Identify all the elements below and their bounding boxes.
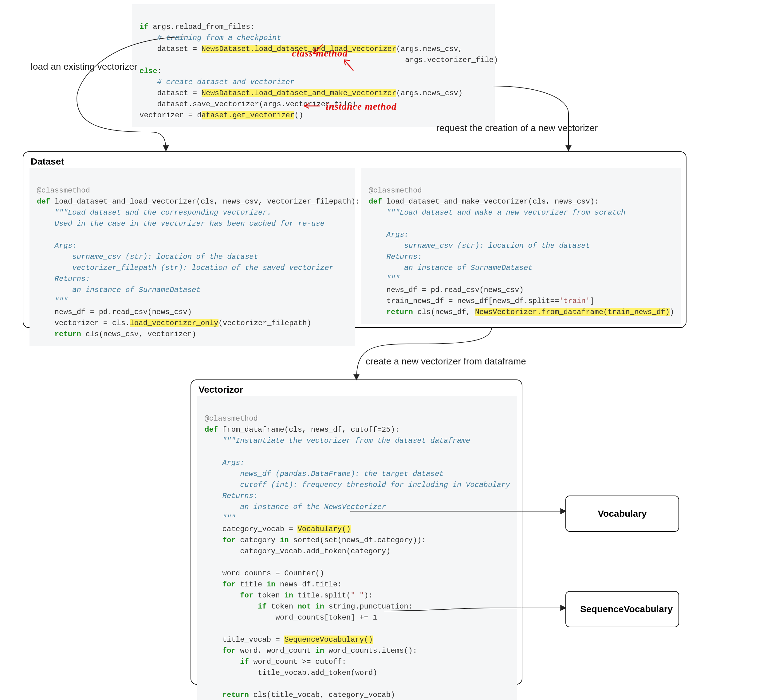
box-sequence-vocabulary: SequenceVocabulary (566, 591, 679, 627)
arrow-create-from-df (356, 327, 492, 380)
annotation-class-method: class method (292, 48, 348, 59)
highlight-load-vectorizer-only: load_vectorizer_only (130, 319, 218, 327)
kw-return: return (205, 691, 249, 699)
docstring: surname_csv (str): location of the datas… (37, 253, 258, 261)
kw-for: for (205, 591, 253, 600)
decorator: @classmethod (369, 186, 422, 195)
txt: news_df = pd.read_csv(news_csv) (369, 286, 523, 294)
docstring: vectorizer_filepath (str): location of t… (37, 264, 334, 272)
kw-if: if (205, 602, 267, 611)
txt: dataset = (139, 89, 202, 97)
txt: news_df.title: (275, 580, 342, 589)
string: 'train' (559, 297, 590, 305)
txt: vectorizer = cls. (37, 319, 130, 327)
docstring: cutoff (int): frequency threshold for in… (205, 481, 510, 489)
txt: word_counts = Counter() (205, 569, 324, 578)
docstring: """Load dataset and the corresponding ve… (37, 208, 271, 217)
label-request-new: request the creation of a new vectorizer (436, 123, 598, 133)
highlight-newsvectorizer-from-df: NewsVectorizer.from_dataframe(train_news… (475, 308, 670, 316)
txt: (args.news_csv, (396, 45, 462, 53)
highlight-vocabulary: Vocabulary() (298, 525, 351, 533)
docstring: an instance of SurnameDataset (37, 286, 201, 294)
txt: (args.news_csv) (396, 89, 462, 97)
dataset-left-code: @classmethod def load_dataset_and_load_v… (30, 168, 355, 346)
panel-dataset: Dataset @classmethod def load_dataset_an… (23, 152, 686, 328)
txt: dataset.save_vectorizer(args.vectorizer_… (139, 100, 356, 108)
txt: token (267, 602, 298, 611)
docstring: surname_csv (str): location of the datas… (369, 242, 590, 250)
kw-return: return (37, 330, 81, 338)
vectorizer-code: @classmethod def from_dataframe(cls, new… (197, 396, 517, 700)
label-create-from-df: create a new vectorizer from dataframe (366, 356, 526, 367)
kw-def: def (37, 197, 50, 206)
kw-in: in (267, 580, 276, 589)
kw-in: in (315, 647, 324, 655)
txt: ): (364, 591, 373, 600)
txt: from_dataframe(cls, news_df, cutoff= (218, 425, 382, 434)
highlight-load-and-make: NewsDataset.load_dataset_and_make_vector… (202, 89, 396, 97)
txt: word_count >= cutoff: (249, 658, 346, 666)
kw-in: in (284, 591, 293, 600)
num: 25 (382, 425, 390, 434)
panel-dataset-title: Dataset (24, 152, 686, 169)
txt: token (253, 591, 284, 600)
txt: train_news_df = news_df[news_df.split== (369, 297, 559, 305)
txt: load_dataset_and_load_vectorizer(cls, ne… (50, 197, 360, 206)
txt: title_vocab.add_token(word) (205, 669, 378, 677)
kw-for: for (205, 580, 236, 589)
docstring: Args: (37, 242, 77, 250)
kw-for: for (205, 647, 236, 655)
docstring: Used in the case in the vectorizer has b… (37, 220, 324, 228)
txt: string.punctuation: (324, 602, 413, 611)
docstring: an instance of the NewsVectorizer (205, 503, 386, 511)
docstring: """Load dataset and make a new vectorize… (369, 208, 625, 217)
docstring: Returns: (37, 275, 90, 283)
txt: title.split( (293, 591, 351, 600)
txt: sorted(set(news_df.category)): (289, 536, 426, 544)
txt: vectorizer = d (139, 111, 202, 119)
num: 1 (373, 613, 377, 622)
txt: ) (670, 308, 674, 316)
docstring: """ (205, 514, 236, 522)
comment: # create dataset and vectorizer (139, 78, 295, 86)
docstring: an instance of SurnameDataset (369, 264, 533, 272)
kw-else: else (139, 67, 157, 75)
txt: word, word_count (236, 647, 315, 655)
dataset-right-code: @classmethod def load_dataset_and_make_v… (361, 168, 681, 324)
docstring: Args: (205, 459, 244, 467)
txt: word_counts.items(): (324, 647, 417, 655)
txt: word_counts[token] += (205, 613, 373, 622)
docstring: Args: (369, 231, 409, 239)
txt: load_dataset_and_make_vectorizer(cls, ne… (382, 197, 599, 206)
docstring: Returns: (205, 492, 258, 500)
txt: cls(title_vocab, category_vocab) (249, 691, 395, 699)
docstring: Returns: (369, 253, 422, 261)
txt: cls(news_df, (413, 308, 475, 316)
txt: args.reload_from_files: (149, 23, 255, 31)
txt: category_vocab = (205, 525, 298, 533)
txt: title (236, 580, 267, 589)
kw-in: in (280, 536, 289, 544)
txt: category (236, 536, 280, 544)
txt: category_vocab.add_token(category) (205, 547, 390, 555)
kw-def: def (205, 425, 218, 434)
docstring: """ (369, 275, 400, 283)
comment: # training from a checkpoint (139, 34, 281, 42)
panel-vectorizer: Vectorizor @classmethod def from_datafra… (191, 380, 522, 684)
txt: dataset = (139, 45, 202, 53)
box-vocabulary: Vocabulary (566, 495, 679, 532)
txt: cls(news_csv, vectorizer) (81, 330, 196, 338)
txt: title_vocab = (205, 636, 284, 644)
decorator: @classmethod (37, 186, 90, 195)
string: " " (351, 591, 364, 600)
top-code-block: if args.reload_from_files: # training fr… (132, 4, 495, 127)
arrow-request-new (492, 86, 569, 150)
decorator: @classmethod (205, 414, 258, 423)
kw-return: return (369, 308, 413, 316)
txt: ): (390, 425, 400, 434)
kw-for: for (205, 536, 236, 544)
txt: (vectorizer_filepath) (218, 319, 311, 327)
docstring: """ (37, 297, 68, 305)
panel-vectorizer-title: Vectorizor (191, 380, 522, 397)
highlight-sequence-vocabulary: SequenceVocabulary() (284, 636, 373, 644)
